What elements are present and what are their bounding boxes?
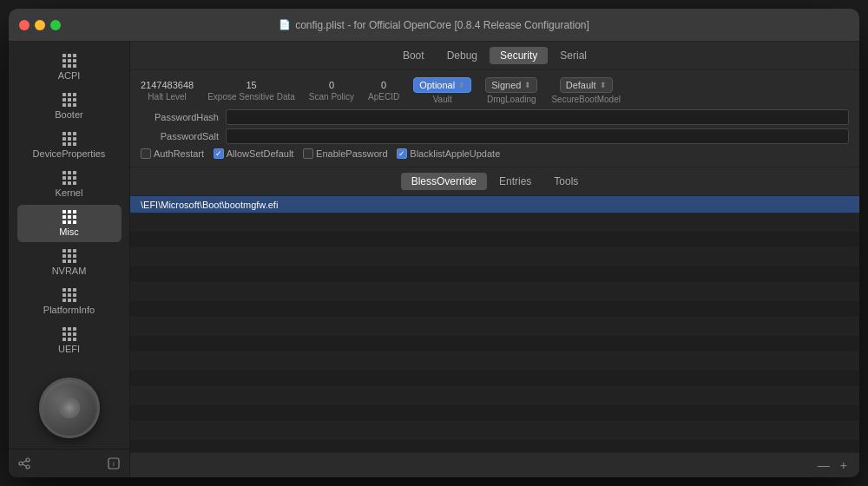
allow-set-default-checkbox[interactable]: ✓ AllowSetDefault <box>214 148 294 159</box>
vault-label: Vault <box>433 95 452 104</box>
list-row[interactable] <box>130 335 859 352</box>
maximize-button[interactable] <box>50 20 61 30</box>
sidebar-label-acpi: ACPI <box>58 70 81 81</box>
list-row[interactable] <box>130 404 859 422</box>
booter-icon <box>62 93 76 107</box>
ap-ecid-label: ApECID <box>368 92 399 102</box>
enable-password-checkbox[interactable]: EnablePassword <box>303 148 388 159</box>
svg-line-4 <box>23 464 26 466</box>
list-row[interactable] <box>130 422 859 439</box>
halt-level-value: 2147483648 <box>141 80 194 90</box>
list-row[interactable] <box>130 352 859 370</box>
add-button[interactable]: + <box>837 456 851 474</box>
sub-tab-blessoverride[interactable]: BlessOverride <box>401 173 487 190</box>
list-row[interactable] <box>130 231 859 248</box>
sidebar-item-kernel[interactable]: Kernel <box>17 166 122 203</box>
list-row[interactable] <box>130 370 859 387</box>
bless-override-list[interactable]: \EFI\Microsoft\Boot\bootmgfw.efi <box>130 196 859 452</box>
secure-boot-arrow: ⬍ <box>600 81 607 89</box>
tab-security[interactable]: Security <box>490 47 548 64</box>
titlebar: 📄 config.plist - for Official OpenCore [… <box>9 9 859 42</box>
tab-debug[interactable]: Debug <box>437 47 488 64</box>
blacklist-apple-update-box: ✓ <box>397 148 407 159</box>
password-salt-row: PasswordSalt <box>141 128 849 144</box>
scroll-wheel[interactable] <box>39 378 100 438</box>
svg-point-0 <box>26 458 30 462</box>
info-icon[interactable]: i <box>107 456 121 470</box>
sidebar-label-kernel: Kernel <box>56 187 83 198</box>
share-icon[interactable] <box>17 456 31 470</box>
allow-set-default-label: AllowSetDefault <box>227 148 294 159</box>
password-hash-label: PasswordHash <box>141 112 219 122</box>
auth-restart-checkbox[interactable]: AuthRestart <box>141 148 204 159</box>
blacklist-apple-update-label: BlacklistAppleUpdate <box>410 148 500 159</box>
sidebar-item-deviceproperties[interactable]: DeviceProperties <box>17 127 122 164</box>
password-hash-input[interactable] <box>226 109 849 125</box>
window-title: config.plist - for Official OpenCore [0.… <box>295 19 589 31</box>
dmg-loading-arrow: ⬍ <box>524 81 531 89</box>
password-hash-row: PasswordHash <box>141 109 849 125</box>
list-row[interactable] <box>130 387 859 404</box>
main-tab-bar: Boot Debug Security Serial <box>130 42 859 70</box>
svg-point-1 <box>19 462 23 465</box>
vault-value: Optional <box>419 80 455 90</box>
list-row[interactable] <box>130 213 859 231</box>
controls-row1: 2147483648 Halt Level 15 Expose Sensitiv… <box>141 77 849 104</box>
remove-button[interactable]: — <box>814 456 833 474</box>
list-row[interactable] <box>130 300 859 318</box>
vault-dropdown[interactable]: Optional ⬍ <box>413 77 471 93</box>
scroll-wheel-area <box>39 369 100 447</box>
allow-set-default-box: ✓ <box>214 148 224 159</box>
tab-boot[interactable]: Boot <box>392 47 435 64</box>
misc-icon <box>62 210 76 224</box>
list-row[interactable] <box>130 248 859 266</box>
security-controls: 2147483648 Halt Level 15 Expose Sensitiv… <box>130 70 859 167</box>
blacklist-apple-update-checkbox[interactable]: ✓ BlacklistAppleUpdate <box>397 148 500 159</box>
close-button[interactable] <box>19 20 30 30</box>
sidebar-item-acpi[interactable]: ACPI <box>17 49 122 86</box>
deviceproperties-icon <box>62 132 76 146</box>
dmg-loading-label: DmgLoading <box>487 95 536 104</box>
ap-ecid-value: 0 <box>381 80 386 90</box>
sidebar-item-platforminfo[interactable]: PlatformInfo <box>17 283 122 320</box>
dmg-loading-group: Signed ⬍ DmgLoading <box>485 77 537 104</box>
list-row[interactable] <box>130 439 859 452</box>
list-row[interactable] <box>130 266 859 283</box>
minimize-button[interactable] <box>35 20 45 30</box>
platforminfo-icon <box>62 288 76 302</box>
sidebar-item-nvram[interactable]: NVRAM <box>17 244 122 281</box>
secure-boot-dropdown[interactable]: Default ⬍ <box>560 77 613 93</box>
vault-group: Optional ⬍ Vault <box>413 77 471 104</box>
sidebar-label-platforminfo: PlatformInfo <box>43 305 95 315</box>
halt-level-label: Halt Level <box>148 92 186 102</box>
dmg-loading-dropdown[interactable]: Signed ⬍ <box>485 77 537 93</box>
sub-tab-tools[interactable]: Tools <box>543 173 589 190</box>
password-salt-input[interactable] <box>226 128 849 144</box>
sidebar-item-booter[interactable]: Booter <box>17 88 122 125</box>
tab-serial[interactable]: Serial <box>549 47 597 64</box>
sub-tab-entries[interactable]: Entries <box>489 173 542 190</box>
list-row[interactable] <box>130 318 859 335</box>
scan-policy-value: 0 <box>329 80 334 90</box>
secure-boot-label: SecureBootModel <box>551 95 621 104</box>
expose-sensitive-group: 15 Expose Sensitive Data <box>207 80 295 102</box>
auth-restart-box <box>141 148 151 159</box>
svg-text:i: i <box>113 460 115 468</box>
list-row[interactable] <box>130 283 859 300</box>
sidebar-item-uefi[interactable]: UEFI <box>17 322 122 359</box>
sidebar-label-uefi: UEFI <box>58 344 80 354</box>
main-window: 📄 config.plist - for Official OpenCore [… <box>9 9 859 477</box>
svg-point-2 <box>26 465 30 469</box>
sidebar-item-misc[interactable]: Misc <box>17 205 122 242</box>
checkboxes-row: AuthRestart ✓ AllowSetDefault EnablePass… <box>141 148 849 160</box>
bottom-bar: — + <box>130 452 859 477</box>
content-area: Boot Debug Security Serial 2147483648 Ha… <box>130 42 859 477</box>
vault-arrow: ⬍ <box>458 81 465 89</box>
wheel-inner <box>59 397 80 418</box>
enable-password-box <box>303 148 313 159</box>
sidebar-label-misc: Misc <box>59 227 79 237</box>
list-row[interactable]: \EFI\Microsoft\Boot\bootmgfw.efi <box>130 196 859 213</box>
sub-tab-bar: BlessOverride Entries Tools <box>130 167 859 196</box>
svg-line-3 <box>23 461 26 463</box>
traffic-lights <box>19 20 61 30</box>
